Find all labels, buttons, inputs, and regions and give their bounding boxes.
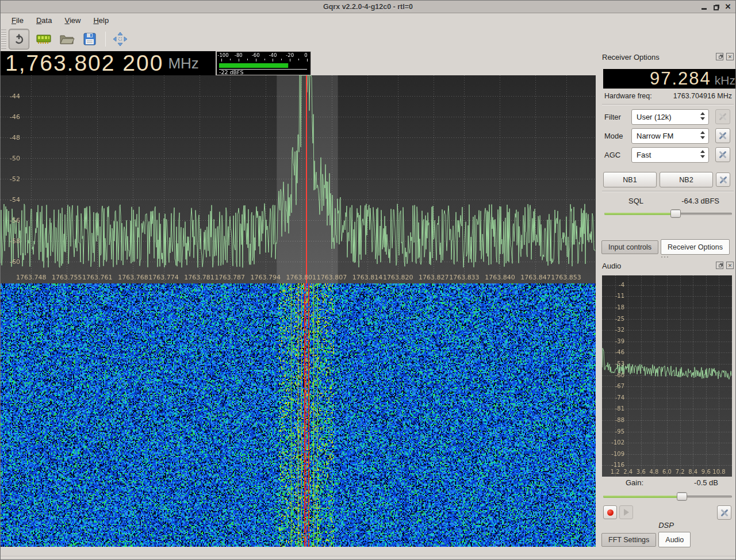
mode-value: Narrow FM (637, 132, 673, 140)
slider-groove[interactable] (604, 213, 732, 215)
open-file-button[interactable] (58, 30, 75, 48)
wrench-icon (719, 175, 728, 185)
offset-unit: kHz (715, 74, 735, 87)
menu-data[interactable]: Data (31, 15, 57, 26)
wrench-icon (718, 150, 727, 159)
menu-file[interactable]: File (6, 15, 29, 26)
power-dsp-button[interactable] (9, 29, 29, 49)
float-icon (719, 56, 722, 59)
float-panel-button[interactable] (716, 262, 723, 269)
controls-tab-bar: Input controls Receiver Options (601, 239, 730, 255)
tab-fft-settings[interactable]: FFT Settings (601, 533, 656, 547)
sql-label: SQL (628, 197, 643, 205)
slider-handle[interactable] (670, 209, 681, 218)
minimize-button[interactable] (700, 3, 708, 11)
gain-row: Gain: -0.5 dB (604, 478, 732, 487)
dock-splitter-handle[interactable] (660, 256, 669, 259)
status-bar-divider (1, 556, 735, 557)
agc-config-button[interactable] (715, 147, 730, 162)
gain-slider[interactable] (603, 492, 732, 501)
close-panel-button[interactable]: ✕ (726, 262, 734, 269)
separator (602, 104, 734, 105)
close-panel-button[interactable]: ✕ (726, 53, 734, 60)
minimize-icon (702, 8, 707, 10)
tab-input-controls[interactable]: Input controls (601, 240, 658, 254)
mode-config-button[interactable] (715, 128, 730, 143)
frequency-display[interactable]: 1,763.802 200 MHz (1, 51, 216, 75)
hardware-freq-row: Hardware freq: 1763.704916 MHz (604, 92, 732, 100)
right-dock-panel: Receiver Options ✕ 97.284 kHz Hardware f… (596, 51, 736, 560)
nb1-button[interactable]: NB1 (603, 172, 657, 187)
waterfall-plot[interactable] (1, 283, 596, 547)
window-title: Gqrx v2.2.0-4-g12c0 - rtl=0 (323, 3, 413, 11)
spinner-arrows-icon[interactable] (700, 112, 705, 120)
save-file-button[interactable] (81, 30, 98, 48)
filter-select[interactable]: User (12k) (631, 109, 709, 125)
separator (602, 191, 734, 192)
float-icon (719, 264, 722, 267)
squelch-slider[interactable] (604, 209, 732, 218)
float-panel-button[interactable] (716, 53, 723, 60)
fft-spectrum-plot[interactable] (1, 75, 596, 283)
agc-label: AGC (604, 147, 620, 163)
nb-config-button[interactable] (716, 172, 730, 187)
slider-groove[interactable] (603, 496, 732, 498)
meter-canvas (217, 52, 310, 75)
slider-handle[interactable] (677, 492, 687, 501)
spinner-arrows-icon[interactable] (700, 131, 705, 139)
menu-help[interactable]: Help (88, 15, 114, 26)
nb2-button[interactable]: NB2 (660, 172, 713, 187)
close-button[interactable]: ✕ (724, 3, 732, 11)
spinner-arrows-icon[interactable] (700, 150, 705, 158)
filter-offset-display[interactable]: 97.284 kHz (603, 69, 736, 89)
slider-fill (603, 496, 682, 498)
filter-label: Filter (604, 109, 621, 125)
memory-chip-icon (36, 32, 52, 46)
toolbar (1, 26, 735, 51)
restore-icon (714, 5, 719, 10)
frequency-value[interactable]: 1,763.802 200 (5, 52, 163, 75)
gain-value: -0.5 dB (694, 478, 718, 487)
audio-title: Audio (602, 262, 621, 270)
tab-receiver-options[interactable]: Receiver Options (661, 239, 730, 255)
gqrx-window: Gqrx v2.2.0-4-g12c0 - rtl=0 ✕ File Data … (0, 0, 736, 560)
tab-audio[interactable]: Audio (658, 532, 691, 547)
agc-value: Fast (637, 151, 651, 159)
io-devices-button[interactable] (35, 30, 52, 48)
hardware-freq-value: 1763.704916 MHz (673, 92, 732, 100)
frequency-unit: MHz (168, 55, 198, 72)
sql-value: -64.3 dBFS (681, 197, 719, 205)
audio-spectrum-plot[interactable] (602, 275, 732, 477)
mode-select[interactable]: Narrow FM (631, 128, 709, 144)
wrench-icon (718, 131, 727, 140)
panel-close-icon: ✕ (728, 54, 733, 60)
filter-config-button (715, 109, 730, 124)
play-audio-button (619, 505, 633, 519)
play-icon (624, 509, 629, 516)
menu-bar: File Data View Help (1, 14, 735, 26)
record-audio-button[interactable] (603, 505, 617, 519)
folder-icon (59, 32, 75, 46)
filter-value: User (12k) (637, 113, 672, 121)
receiver-options-title: Receiver Options (602, 53, 660, 62)
signal-strength-meter (216, 51, 311, 75)
close-icon: ✕ (725, 3, 731, 11)
hardware-freq-label: Hardware freq: (604, 92, 652, 100)
audio-config-button[interactable] (717, 505, 731, 520)
squelch-row: SQL -64.3 dBFS (604, 197, 732, 205)
floppy-save-icon (82, 32, 97, 46)
wrench-icon (718, 112, 727, 121)
title-bar[interactable]: Gqrx v2.2.0-4-g12c0 - rtl=0 ✕ (1, 1, 735, 13)
toolbar-separator (105, 32, 106, 47)
offset-value[interactable]: 97.284 (650, 69, 711, 88)
restore-button[interactable] (712, 3, 720, 11)
fullscreen-button[interactable] (112, 30, 129, 48)
toolbar-drag-handle[interactable] (1, 29, 6, 49)
agc-select[interactable]: Fast (631, 147, 709, 163)
wrench-icon (720, 508, 729, 517)
settings-tab-bar: FFT Settings Audio (601, 532, 691, 547)
receiver-options-header: Receiver Options ✕ (602, 53, 734, 62)
power-icon (13, 33, 25, 45)
move-arrows-icon (113, 32, 128, 47)
menu-view[interactable]: View (59, 15, 86, 26)
